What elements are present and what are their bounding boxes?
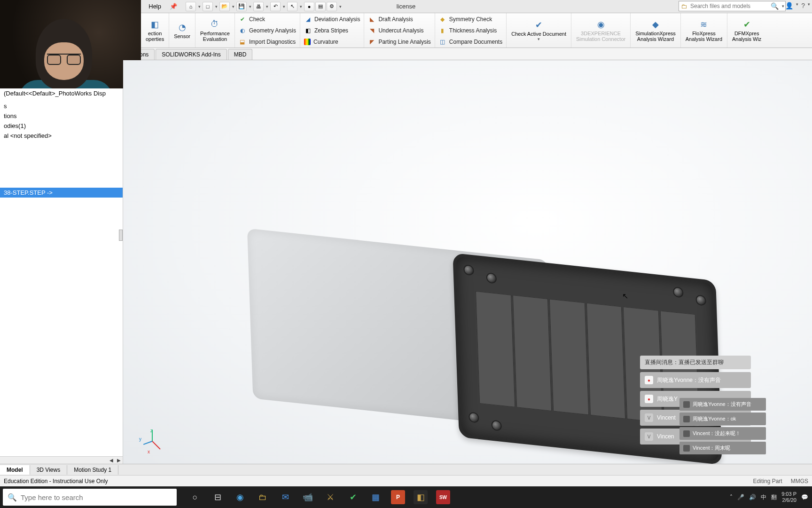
import-diagnostics-button[interactable]: ⬓Import Diagnostics: [239, 37, 296, 47]
menu-help[interactable]: Help: [145, 1, 165, 12]
simulationxpress-button[interactable]: ◆ SimulationXpressAnalysis Wizard: [631, 13, 681, 48]
chat-message: Vincent：没起来呢！: [679, 427, 766, 440]
undercut-analysis-button[interactable]: ◥Undercut Analysis: [368, 25, 430, 36]
zebra-stripes-button[interactable]: ◧Zebra Stripes: [304, 25, 360, 36]
compare-documents-button[interactable]: ◫Compare Documents: [439, 37, 502, 47]
options-icon[interactable]: ▤: [315, 2, 326, 11]
scroll-left-icon[interactable]: ◀: [108, 458, 115, 463]
scroll-right-icon[interactable]: ▶: [115, 458, 123, 463]
tab-motion-study[interactable]: Motion Study 1: [67, 465, 118, 475]
tree-scrollbar[interactable]: ◀ ▶: [0, 456, 123, 464]
powerpoint-icon[interactable]: P: [391, 490, 405, 504]
undo-icon[interactable]: ↶: [270, 2, 281, 11]
cortana-icon[interactable]: ○: [188, 490, 202, 504]
tray-volume-icon[interactable]: 🔊: [749, 494, 756, 500]
print-icon[interactable]: 🖶: [253, 2, 264, 11]
tree-item[interactable]: s: [0, 101, 123, 111]
ide-icon[interactable]: ◧: [414, 490, 428, 504]
bottom-tabs: Model 3D Views Motion Study 1: [0, 464, 812, 475]
app-icon[interactable]: ✔: [346, 490, 360, 504]
tree-imported-feature[interactable]: 38-STEP.STEP ->: [0, 188, 123, 198]
rebuild-icon[interactable]: ●: [304, 2, 314, 11]
tree-item[interactable]: tions: [0, 111, 123, 121]
curvature-button[interactable]: Curvature: [304, 37, 360, 47]
mail-icon[interactable]: ✉: [278, 490, 292, 504]
deviation-analysis-button[interactable]: ◢Deviation Analysis: [304, 14, 360, 24]
taskbar-search-input[interactable]: [21, 493, 172, 501]
thickness-analysis-button[interactable]: ▮Thickness Analysis: [439, 25, 502, 36]
document-title: license: [397, 3, 415, 10]
avatar-icon: [683, 445, 690, 452]
tab-mbd[interactable]: MBD: [228, 49, 253, 60]
tree-config[interactable]: (Default<<Default>_PhotoWorks Disp: [0, 88, 123, 98]
tray-clock[interactable]: 9:03 P 2/6/20: [781, 491, 796, 503]
tray-ime-zhong[interactable]: 中: [761, 493, 766, 501]
chat-message: 周晓逸Yvonne：ok: [679, 413, 766, 425]
tree-item[interactable]: odies(1): [0, 121, 123, 131]
avatar-icon: [683, 430, 690, 437]
search-box[interactable]: 🗀 🔍 ▾: [679, 1, 786, 11]
avatar-icon: ●: [645, 376, 653, 384]
login-icon[interactable]: 👤: [785, 2, 793, 9]
search-icon: 🔍: [8, 493, 17, 502]
tray-ime-fan[interactable]: 翻: [771, 493, 777, 501]
chat-overlay-secondary: 周晓逸Yvonne：没有声音 周晓逸Yvonne：ok Vincent：没起来呢…: [679, 398, 766, 456]
settings-icon[interactable]: ⚙: [327, 2, 337, 11]
app-icon[interactable]: ▦: [368, 490, 383, 504]
tab-3dviews[interactable]: 3D Views: [30, 465, 67, 475]
tray-mic-icon[interactable]: 🎤: [737, 494, 744, 500]
pin-icon[interactable]: 📌: [170, 3, 177, 10]
open-icon[interactable]: 📂: [219, 2, 230, 11]
tray-chevron-icon[interactable]: ˄: [730, 494, 733, 500]
avatar-icon: [683, 416, 690, 422]
solidworks-icon[interactable]: SW: [436, 490, 450, 504]
geometry-analysis-button[interactable]: ◐Geometry Analysis: [239, 25, 296, 36]
system-tray: ˄ 🎤 🔊 中 翻 9:03 P 2/6/20 💬: [730, 491, 808, 503]
parting-line-analysis-button[interactable]: ◤Parting Line Analysis: [368, 37, 430, 47]
folder-icon: 🗀: [679, 3, 688, 10]
chat-message: ●周晓逸Yvonne：没有声音: [640, 372, 751, 388]
status-bar: Education Edition - Instructional Use On…: [0, 475, 812, 486]
task-view-icon[interactable]: ⊟: [211, 490, 225, 504]
avatar-icon: [683, 401, 690, 408]
tree-material[interactable]: al <not specified>: [0, 131, 123, 141]
orientation-triad[interactable]: z x y: [139, 428, 165, 454]
select-icon[interactable]: ↖: [287, 2, 297, 11]
chat-message: Vincent：周末呢: [679, 442, 766, 454]
quick-access-toolbar: ⌂▾ □▾ 📂▾ 💾▾ 🖶▾ ↶▾ ↖▾ ● ▤ ⚙▾: [186, 2, 343, 11]
tab-addins[interactable]: SOLIDWORKS Add-Ins: [156, 49, 226, 60]
chat-message: 周晓逸Yvonne：没有声音: [679, 398, 766, 411]
floxpress-button[interactable]: ≋ FloXpressAnalysis Wizard: [681, 13, 727, 48]
section-properties-button[interactable]: ◧ ectionoperties: [141, 13, 169, 48]
avatar-icon: V: [645, 413, 653, 422]
game-icon[interactable]: ⚔: [323, 490, 337, 504]
symmetry-check-button[interactable]: ◆Symmetry Check: [439, 14, 502, 24]
edge-icon[interactable]: ◉: [233, 490, 247, 504]
avatar-icon: V: [645, 432, 653, 441]
status-units[interactable]: MMGS: [791, 478, 808, 484]
tray-notifications-icon[interactable]: 💬: [801, 494, 808, 500]
draft-analysis-button[interactable]: ◣Draft Analysis: [368, 14, 430, 24]
taskbar-search[interactable]: 🔍: [3, 489, 177, 506]
search-icon[interactable]: 🔍: [768, 2, 781, 10]
search-input[interactable]: [688, 3, 768, 9]
home-icon[interactable]: ⌂: [186, 2, 196, 11]
chat-header: 直播间消息：直播已发送至群聊: [640, 356, 751, 369]
explorer-icon[interactable]: 🗀: [256, 490, 270, 504]
performance-evaluation-button[interactable]: ⏱ PerformanceEvaluation: [195, 13, 235, 48]
new-icon[interactable]: □: [203, 2, 213, 11]
dfmxpress-button[interactable]: ✔ DFMXpresAnalysis Wiz: [727, 13, 766, 48]
save-icon[interactable]: 💾: [236, 2, 247, 11]
avatar-icon: ●: [645, 395, 653, 403]
splitter-handle[interactable]: [119, 230, 123, 241]
tab-model[interactable]: Model: [0, 465, 30, 475]
help-icon[interactable]: ?: [801, 2, 805, 9]
check-button[interactable]: ✔Check: [239, 14, 296, 24]
sensor-button[interactable]: ◔ Sensor: [169, 13, 195, 48]
windows-taskbar: 🔍 ○ ⊟ ◉ 🗀 ✉ 📹 ⚔ ✔ ▦ P ◧ SW ˄ 🎤 🔊 中 翻 9:0…: [0, 486, 812, 508]
3dexperience-button: ◉ 3DEXPERIENCESimulation Connector: [571, 13, 631, 48]
status-edition: Education Edition - Instructional Use On…: [4, 478, 108, 484]
feature-manager-tree[interactable]: (Default<<Default>_PhotoWorks Disp s tio…: [0, 88, 123, 464]
check-active-document-button[interactable]: ✔ Check Active Document ▾: [507, 13, 571, 48]
zoom-icon[interactable]: 📹: [301, 490, 315, 504]
